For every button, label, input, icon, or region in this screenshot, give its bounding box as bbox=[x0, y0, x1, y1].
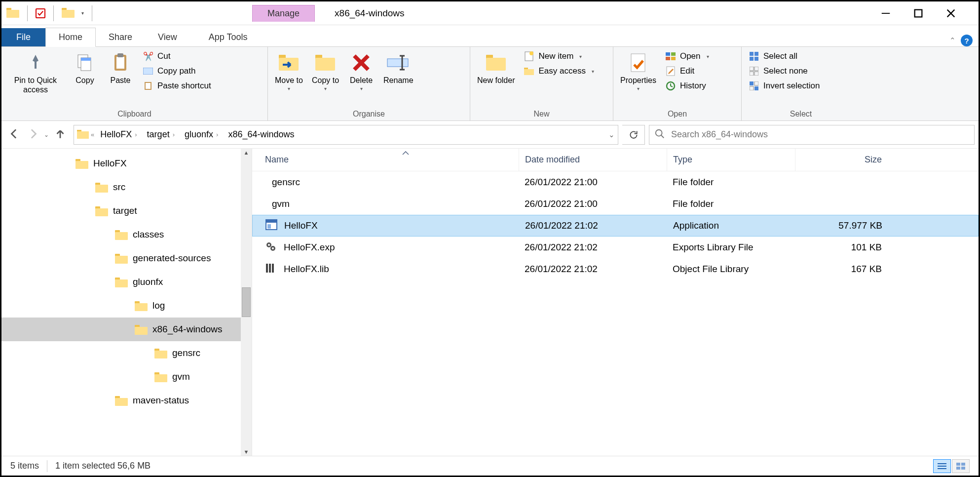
tree-item[interactable]: gluonfx bbox=[1, 270, 241, 294]
svg-rect-10 bbox=[81, 58, 91, 61]
properties-button[interactable]: Properties▾ bbox=[616, 49, 660, 94]
column-type[interactable]: Type bbox=[667, 149, 795, 171]
new-folder-button[interactable]: New folder bbox=[473, 49, 519, 87]
ribbon-group-organise: Move to▾ Copy to▾ Delete▾ Rename Organis… bbox=[268, 47, 470, 120]
paste-shortcut-button[interactable]: Paste shortcut bbox=[141, 80, 213, 92]
svg-rect-84 bbox=[267, 224, 271, 229]
status-selection: 1 item selected 56,6 MB bbox=[55, 461, 151, 471]
shortcut-icon bbox=[143, 80, 153, 91]
maximize-button[interactable] bbox=[910, 5, 926, 21]
svg-rect-96 bbox=[961, 463, 965, 466]
tree-item[interactable]: log bbox=[1, 294, 241, 318]
thumbnails-view-button[interactable] bbox=[952, 459, 970, 473]
recent-dropdown-icon[interactable]: ⌄ bbox=[44, 131, 49, 138]
tab-file[interactable]: File bbox=[1, 28, 45, 46]
file-row[interactable]: HelloFX.exp26/01/2022 21:02Exports Libra… bbox=[252, 237, 979, 258]
file-row[interactable]: HelloFX26/01/2022 21:02Application57.977… bbox=[252, 215, 979, 237]
tree-item[interactable]: maven-status bbox=[1, 389, 241, 412]
folder-tree[interactable]: HelloFXsrctargetclassesgenerated-sources… bbox=[1, 149, 241, 456]
svg-rect-65 bbox=[115, 256, 128, 264]
file-size: 101 KB bbox=[795, 242, 894, 253]
invert-selection-button[interactable]: Invert selection bbox=[747, 80, 822, 92]
copy-to-label: Copy to bbox=[312, 76, 339, 85]
details-view-button[interactable] bbox=[933, 459, 951, 473]
scroll-up-icon[interactable]: ▲ bbox=[244, 150, 249, 156]
svg-rect-59 bbox=[95, 185, 108, 193]
move-to-button[interactable]: Move to▾ bbox=[271, 49, 307, 94]
forward-button[interactable] bbox=[26, 127, 39, 142]
help-icon[interactable]: ? bbox=[961, 35, 973, 46]
tree-item[interactable]: gensrc bbox=[1, 341, 241, 365]
file-row[interactable]: HelloFX.lib26/01/2022 21:02Object File L… bbox=[252, 258, 979, 280]
tree-item[interactable]: x86_64-windows bbox=[1, 318, 241, 341]
tree-item-label: log bbox=[152, 300, 165, 311]
overflow-chevron-icon[interactable]: « bbox=[91, 131, 94, 138]
easy-access-button[interactable]: Easy access▾ bbox=[522, 65, 596, 78]
tree-item[interactable]: HelloFX bbox=[1, 152, 241, 175]
close-button[interactable] bbox=[943, 5, 959, 21]
pin-quick-access-button[interactable]: Pin to Quick access bbox=[4, 49, 67, 96]
qat-properties-icon[interactable] bbox=[36, 8, 45, 18]
column-date[interactable]: Date modified bbox=[519, 149, 667, 171]
tree-item[interactable]: src bbox=[1, 175, 241, 199]
tree-item[interactable]: target bbox=[1, 199, 241, 223]
tree-item[interactable]: generated-sources bbox=[1, 246, 241, 270]
select-all-button[interactable]: Select all bbox=[747, 50, 822, 63]
file-row[interactable]: gensrc26/01/2022 21:00File folder bbox=[252, 171, 979, 193]
qat-dropdown-icon[interactable]: ▾ bbox=[81, 10, 84, 16]
copy-path-button[interactable]: Copy path bbox=[141, 65, 213, 78]
breadcrumb-segment[interactable]: target› bbox=[143, 127, 179, 142]
svg-rect-90 bbox=[269, 264, 271, 273]
minimize-button[interactable] bbox=[878, 5, 894, 21]
search-box[interactable] bbox=[649, 125, 975, 145]
tab-home[interactable]: Home bbox=[45, 28, 96, 47]
column-name[interactable]: Name bbox=[252, 155, 519, 165]
ribbon-group-clipboard: Pin to Quick access Copy Paste ✂️Cut Cop… bbox=[1, 47, 268, 120]
delete-button[interactable]: Delete▾ bbox=[344, 49, 378, 94]
history-button[interactable]: History bbox=[663, 80, 711, 92]
clipboard-group-label: Clipboard bbox=[4, 109, 264, 120]
tree-scrollbar[interactable]: ▲ ▼ bbox=[241, 149, 252, 456]
file-row[interactable]: gvm26/01/2022 21:00File folder bbox=[252, 193, 979, 215]
paste-button[interactable]: Paste bbox=[103, 49, 138, 87]
scroll-down-icon[interactable]: ▼ bbox=[244, 449, 249, 455]
svg-rect-71 bbox=[135, 327, 148, 335]
file-type: Object File Library bbox=[667, 264, 795, 275]
copy-to-button[interactable]: Copy to▾ bbox=[308, 49, 343, 94]
refresh-button[interactable] bbox=[622, 125, 645, 145]
edit-button[interactable]: Edit bbox=[663, 65, 711, 78]
cut-button[interactable]: ✂️Cut bbox=[141, 50, 213, 63]
up-button[interactable] bbox=[54, 127, 67, 142]
tree-item[interactable]: classes bbox=[1, 223, 241, 246]
select-none-button[interactable]: Select none bbox=[747, 65, 822, 78]
svg-rect-69 bbox=[135, 303, 148, 311]
qat-newfolder-icon[interactable] bbox=[62, 7, 75, 19]
tree-item-label: gensrc bbox=[172, 348, 200, 358]
open-button[interactable]: Open▾ bbox=[663, 50, 711, 63]
address-bar[interactable]: « HelloFX› target› gluonfx› x86_64-windo… bbox=[74, 125, 618, 145]
column-size[interactable]: Size bbox=[795, 149, 894, 171]
title-bar: ▾ Manage x86_64-windows bbox=[1, 1, 979, 25]
back-button[interactable] bbox=[8, 127, 21, 142]
copy-button[interactable]: Copy bbox=[68, 49, 102, 87]
ribbon-group-open: Properties▾ Open▾ Edit History Open bbox=[613, 47, 742, 120]
ribbon-collapse-icon[interactable]: ⌃ bbox=[949, 36, 956, 45]
rename-button[interactable]: Rename bbox=[379, 49, 417, 87]
tree-item[interactable]: gvm bbox=[1, 365, 241, 389]
breadcrumb-segment[interactable]: gluonfx› bbox=[181, 127, 222, 142]
tree-item-label: generated-sources bbox=[133, 253, 211, 264]
select-all-icon bbox=[749, 51, 759, 62]
scroll-thumb[interactable] bbox=[242, 287, 251, 317]
breadcrumb-segment[interactable]: HelloFX› bbox=[96, 127, 141, 142]
content-body: HelloFXsrctargetclassesgenerated-sources… bbox=[1, 149, 979, 456]
file-date: 26/01/2022 21:00 bbox=[519, 199, 667, 209]
tab-view[interactable]: View bbox=[145, 28, 190, 46]
file-date: 26/01/2022 21:02 bbox=[519, 220, 667, 231]
tab-share[interactable]: Share bbox=[96, 28, 145, 46]
breadcrumb-segment[interactable]: x86_64-windows bbox=[224, 127, 298, 142]
address-dropdown-icon[interactable]: ⌄ bbox=[608, 130, 615, 139]
search-input[interactable] bbox=[671, 129, 969, 140]
tab-app-tools[interactable]: App Tools bbox=[196, 28, 261, 46]
file-type: File folder bbox=[667, 177, 795, 188]
new-item-button[interactable]: New item▾ bbox=[522, 50, 596, 63]
